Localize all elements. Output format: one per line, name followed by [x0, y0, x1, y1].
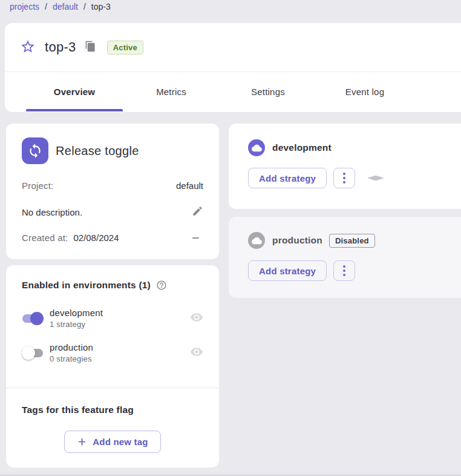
eye-icon: [190, 317, 203, 326]
environment-row-production: production 0 strategies: [22, 342, 203, 363]
enabled-environments-title: Enabled in environments (1): [22, 280, 151, 291]
eye-icon: [190, 351, 203, 360]
breadcrumb-default-link[interactable]: default: [53, 2, 78, 12]
environment-name: development: [50, 308, 190, 318]
feature-flag-page: projects / default / top-3 top-3 Active …: [0, 0, 461, 476]
development-environment-panel: development Add strategy: [229, 124, 461, 209]
feature-title-row: top-3 Active: [5, 23, 461, 71]
feature-type-row: Release toggle: [22, 137, 203, 164]
disabled-badge: Disabled: [329, 234, 375, 248]
created-row: Created at: 02/08/2024: [22, 233, 203, 243]
tab-metrics[interactable]: Metrics: [123, 72, 220, 111]
add-strategy-button[interactable]: Add strategy: [248, 260, 327, 281]
created-label: Created at:: [22, 233, 68, 243]
strategy-count: 1 strategy: [50, 320, 190, 329]
environment-panel-name: development: [272, 142, 332, 153]
description-row: No description.: [22, 205, 203, 219]
environment-menu-button[interactable]: [333, 168, 355, 188]
status-badge: Active: [107, 41, 143, 55]
breadcrumb-separator: /: [83, 2, 86, 12]
environment-menu-button[interactable]: [333, 260, 355, 281]
view-environment-button[interactable]: [190, 345, 203, 360]
tab-label: Event log: [345, 87, 384, 97]
view-environment-button[interactable]: [190, 311, 203, 326]
environments-card: Enabled in environments (1) development …: [6, 265, 219, 468]
plus-icon: [77, 437, 87, 447]
toggle-thumb: [30, 312, 44, 325]
add-new-tag-button[interactable]: Add new tag: [64, 431, 160, 453]
no-activity-icon: [367, 174, 385, 182]
created-value: 02/08/2024: [73, 233, 119, 243]
feature-type-label: Release toggle: [56, 144, 139, 158]
breadcrumb-separator: /: [45, 2, 47, 12]
help-icon[interactable]: [156, 280, 167, 291]
breadcrumb: projects / default / top-3: [10, 2, 111, 12]
add-strategy-button[interactable]: Add strategy: [248, 168, 327, 188]
active-tab-indicator: [26, 109, 123, 111]
kebab-icon: [343, 265, 345, 276]
cloud-icon: [248, 232, 265, 249]
environment-panel-name: production: [272, 235, 322, 246]
project-label: Project:: [22, 180, 53, 191]
favorite-button[interactable]: [20, 39, 36, 55]
environment-name: production: [50, 342, 190, 352]
tab-label: Settings: [251, 87, 285, 97]
tab-event-log[interactable]: Event log: [316, 72, 413, 111]
pencil-icon: [192, 205, 203, 219]
cloud-icon: [248, 139, 265, 156]
add-new-tag-label: Add new tag: [93, 437, 148, 447]
environment-row-development: development 1 strategy: [22, 308, 203, 329]
breadcrumb-projects-link[interactable]: projects: [10, 2, 39, 12]
tab-label: Metrics: [156, 87, 186, 97]
edit-description-button[interactable]: [192, 205, 203, 219]
development-toggle[interactable]: [22, 311, 44, 326]
kebab-icon: [343, 173, 345, 183]
tags-title: Tags for this feature flag: [22, 405, 203, 415]
release-toggle-icon: [22, 137, 48, 164]
breadcrumb-current: top-3: [91, 2, 111, 12]
project-value: default: [176, 180, 203, 191]
copy-icon: [85, 41, 96, 54]
project-row: Project: default: [22, 180, 203, 191]
tags-section: Tags for this feature flag Add new tag: [6, 388, 219, 453]
tab-bar: Overview Metrics Settings Event log: [5, 71, 461, 111]
production-environment-panel: production Disabled Add strategy: [229, 217, 461, 298]
star-icon: [20, 39, 36, 56]
empty-value-dash: [192, 237, 199, 239]
tab-label: Overview: [54, 87, 95, 97]
page-title: top-3: [45, 39, 76, 55]
toggle-thumb: [22, 346, 35, 360]
description-text: No description.: [22, 207, 82, 217]
production-toggle[interactable]: [22, 346, 44, 360]
enabled-environments-section: Enabled in environments (1) development …: [6, 265, 219, 388]
tab-overview[interactable]: Overview: [26, 72, 123, 111]
tab-settings[interactable]: Settings: [220, 72, 316, 111]
feature-details-card: Release toggle Project: default No descr…: [6, 124, 219, 259]
copy-name-button[interactable]: [84, 41, 97, 54]
feature-header-card: top-3 Active Overview Metrics Settings E…: [5, 23, 461, 112]
strategy-count: 0 strategies: [50, 354, 190, 363]
